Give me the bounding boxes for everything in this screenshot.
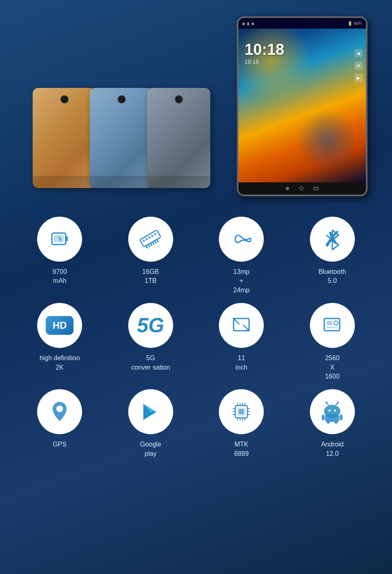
svg-rect-13	[154, 240, 157, 243]
svg-rect-10	[147, 244, 150, 247]
svg-rect-53	[334, 421, 338, 424]
feature-bluetooth: ✗ Bluetooth 5.0	[289, 217, 376, 295]
5g-label: 5G conver sation	[131, 354, 170, 372]
chip-icon	[229, 401, 253, 423]
svg-point-46	[325, 401, 327, 403]
tablet-front: ▶ ▮ ◀ 🔋 WiFi 10:18 18:18 ◀ ⊕ ▶	[237, 16, 368, 196]
svg-rect-6	[148, 236, 151, 239]
android-label: Android 12.0	[321, 440, 343, 458]
resolution-label: 2560 X 1600	[325, 354, 340, 381]
battery-label: 9700 mAh	[52, 267, 67, 286]
features-row-1: 9700 mAh	[16, 217, 376, 295]
hd-label: high definition 2K	[40, 354, 80, 372]
feature-resolution: 2560 X 1600	[289, 303, 376, 381]
ram-icon	[139, 230, 163, 249]
svg-rect-1	[66, 236, 68, 241]
svg-rect-21	[327, 321, 332, 325]
svg-rect-3	[140, 230, 161, 247]
feature-camera: 13mp + 24mp	[198, 217, 285, 295]
resolution-icon	[321, 314, 343, 337]
svg-rect-11	[150, 242, 153, 246]
gps-label: GPS	[53, 440, 67, 449]
svg-point-24	[56, 406, 63, 412]
hero-section: ▶ ▮ ◀ 🔋 WiFi 10:18 18:18 ◀ ⊕ ▶	[0, 0, 392, 213]
feature-googleplay: Google play	[107, 389, 194, 458]
gps-icon	[49, 400, 70, 424]
feature-battery: 9700 mAh	[16, 217, 103, 295]
camera-label: 13mp + 24mp	[233, 267, 249, 295]
svg-rect-49	[325, 415, 339, 422]
feature-android: Android 12.0	[289, 389, 376, 458]
svg-rect-5	[145, 238, 148, 241]
chip-label: MTK 6889	[234, 440, 249, 458]
svg-rect-14	[156, 239, 159, 242]
svg-rect-8	[154, 233, 156, 236]
svg-rect-12	[152, 241, 155, 244]
screen-size-icon	[230, 314, 253, 337]
svg-line-19	[243, 325, 249, 331]
svg-rect-51	[340, 415, 343, 420]
svg-point-44	[334, 410, 336, 412]
camera-icon	[229, 228, 253, 251]
svg-rect-9	[145, 245, 148, 248]
svg-point-43	[329, 410, 331, 412]
features-row-2: HD high definition 2K 5G 5G conver satio…	[16, 303, 376, 381]
svg-point-22	[334, 321, 338, 325]
svg-rect-7	[151, 234, 154, 238]
tablet-gray	[147, 88, 210, 188]
features-row-3: GPS Google play	[16, 389, 376, 458]
5g-icon: 5G	[137, 314, 164, 337]
feature-ram: 16GB 1TB	[107, 217, 194, 295]
svg-rect-41	[239, 409, 244, 414]
feature-hd: HD high definition 2K	[16, 303, 103, 381]
svg-rect-50	[322, 415, 325, 420]
svg-rect-23	[327, 327, 337, 328]
svg-rect-4	[142, 239, 145, 242]
feature-5g: 5G 5G conver sation	[107, 303, 194, 381]
googleplay-label: Google play	[140, 440, 161, 458]
tablet-gold	[33, 88, 96, 188]
features-section: 9700 mAh	[0, 213, 392, 483]
hd-icon: HD	[46, 316, 74, 335]
feature-screen-size: 11 inch	[198, 303, 285, 381]
svg-rect-52	[327, 421, 330, 424]
svg-line-18	[234, 318, 239, 324]
ram-label: 16GB 1TB	[142, 267, 159, 286]
bluetooth-icon-svg	[324, 228, 341, 251]
feature-gps: GPS	[16, 389, 103, 458]
bluetooth-label: Bluetooth 5.0	[318, 267, 346, 286]
screen-size-label: 11 inch	[236, 354, 247, 372]
google-play-icon	[139, 401, 162, 423]
android-icon	[321, 400, 343, 424]
feature-chip: MTK 6889	[198, 389, 285, 458]
battery-icon	[49, 228, 71, 251]
svg-point-48	[337, 401, 339, 403]
tablet-blue	[90, 88, 153, 188]
